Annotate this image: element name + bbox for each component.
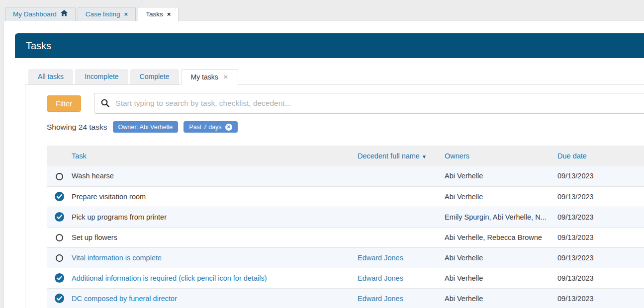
task-status-cell [47,227,72,247]
remove-chip-icon[interactable]: ✕ [225,124,232,131]
table-row: Wash hearseAbi Verhelle09/13/2023 [47,166,644,186]
tasks-panel: Filter Showing 24 tasks Owner: Abi Verhe… [25,84,644,308]
view-tab-incomplete[interactable]: Incomplete [75,69,128,84]
page-header: Tasks [15,33,644,58]
view-tab-label: My tasks [191,73,218,81]
filter-row: Filter [47,93,644,114]
window-tab-label: Case listing [86,10,120,18]
view-tab-label: Complete [140,73,170,80]
table-header-row: TaskDecedent full name▼OwnersDue date [47,146,644,166]
due-date-cell: 09/13/2023 [557,207,644,227]
window-tab-label: My Dashboard [13,10,57,18]
decedent-link[interactable]: Edward Jones [358,295,403,303]
task-status-cell [47,186,72,207]
decedent-cell: Edward Jones [358,247,445,268]
task-cell: Vital information is complete [72,247,358,268]
table-row: Pick up programs from printerEmily Spurg… [47,207,644,227]
table-row: DC composed by funeral directorEdward Jo… [47,288,644,308]
task-complete-icon[interactable] [55,192,64,200]
close-tab-icon[interactable]: ✕ [223,74,228,80]
column-header-due-date[interactable]: Due date [557,146,644,166]
due-date-cell: 09/13/2023 [557,227,644,247]
summary-text: Showing 24 tasks [47,123,107,132]
home-icon [61,10,68,18]
due-date-cell: 09/13/2023 [557,288,644,308]
owners-cell: Abi Verhelle, Rebecca Browne [445,227,557,247]
close-tab-icon[interactable]: × [167,10,171,18]
due-date-cell: 09/13/2023 [557,186,644,207]
window-tab-case-listing[interactable]: Case listing× [78,7,136,21]
task-cell: Additional information is required (clic… [72,268,358,288]
task-cell: Pick up programs from printer [72,207,358,227]
decedent-cell [358,227,445,247]
decedent-link[interactable]: Edward Jones [358,254,403,262]
content-card: Tasks All tasksIncompleteCompleteMy task… [4,21,644,308]
filter-chip-label: Owner: Abi Verhelle [118,124,173,131]
column-header-decedent-full-name[interactable]: Decedent full name▼ [358,146,445,166]
task-status-cell [47,268,72,288]
task-complete-icon[interactable] [55,273,64,281]
task-complete-icon[interactable] [55,294,64,302]
view-tab-bar: All tasksIncompleteCompleteMy tasks✕ [28,69,644,84]
filter-chip-owner-abi-verhelle: Owner: Abi Verhelle [113,121,179,133]
view-tab-my-tasks[interactable]: My tasks✕ [181,69,238,85]
task-label[interactable]: Additional information is required (clic… [72,274,267,282]
column-header-label: Due date [557,152,587,160]
task-incomplete-icon[interactable] [56,173,63,180]
decedent-cell [358,186,445,207]
task-label: Pick up programs from printer [72,213,167,221]
view-tab-label: All tasks [38,73,64,80]
owners-cell: Emily Spurgin, Abi Verhelle, N... [445,207,557,227]
view-tab-all-tasks[interactable]: All tasks [28,69,73,84]
owners-cell: Abi Verhelle [445,186,557,207]
window-tab-tasks[interactable]: Tasks× [138,7,179,21]
owners-cell: Abi Verhelle [445,268,557,288]
sort-desc-icon: ▼ [422,154,427,159]
task-status-cell [47,207,72,227]
decedent-cell [358,166,445,186]
column-header-label: Owners [445,152,469,160]
window-tab-label: Tasks [146,10,163,18]
task-label: Prepare visitation room [72,193,146,201]
task-label[interactable]: Vital information is complete [72,254,162,262]
task-label[interactable]: DC composed by funeral director [72,295,177,303]
filter-chip-past-7-days: Past 7 days✕ [184,121,237,133]
decedent-cell [358,207,445,227]
search-input[interactable] [94,93,644,114]
owners-cell: Abi Verhelle [445,288,557,308]
task-complete-icon[interactable] [55,212,64,220]
filter-chip-label: Past 7 days [189,124,221,131]
decedent-cell: Edward Jones [358,288,445,308]
due-date-cell: 09/13/2023 [557,268,644,288]
task-cell: Prepare visitation room [72,186,358,207]
column-header-label: Task [72,152,87,160]
task-incomplete-icon[interactable] [56,254,63,262]
table-row: Additional information is required (clic… [47,268,644,288]
table-row: Vital information is completeEdward Jone… [47,247,644,268]
decedent-link[interactable]: Edward Jones [358,274,403,282]
task-status-cell [47,247,72,268]
search-box [94,93,644,114]
task-status-cell [47,166,72,186]
window-tab-my-dashboard[interactable]: My Dashboard [5,7,76,21]
task-cell: DC composed by funeral director [72,288,358,308]
task-label: Wash hearse [72,172,114,180]
close-tab-icon[interactable]: × [124,10,128,18]
column-header-owners[interactable]: Owners [445,146,557,166]
column-header-task[interactable]: Task [72,146,358,166]
task-cell: Set up flowers [72,227,358,247]
due-date-cell: 09/13/2023 [557,247,644,268]
view-tab-complete[interactable]: Complete [130,69,179,84]
decedent-cell: Edward Jones [358,268,445,288]
page-title: Tasks [15,40,51,52]
task-incomplete-icon[interactable] [56,234,63,241]
due-date-cell: 09/13/2023 [557,166,644,186]
window-tab-bar: My DashboardCase listing×Tasks× [5,7,181,21]
search-icon [101,99,109,107]
owners-cell: Abi Verhelle [445,166,557,186]
task-label: Set up flowers [72,233,117,241]
column-header-label: Decedent full name [358,152,420,160]
task-cell: Wash hearse [72,166,358,186]
status-column-header [47,146,72,166]
filter-button[interactable]: Filter [47,95,81,112]
